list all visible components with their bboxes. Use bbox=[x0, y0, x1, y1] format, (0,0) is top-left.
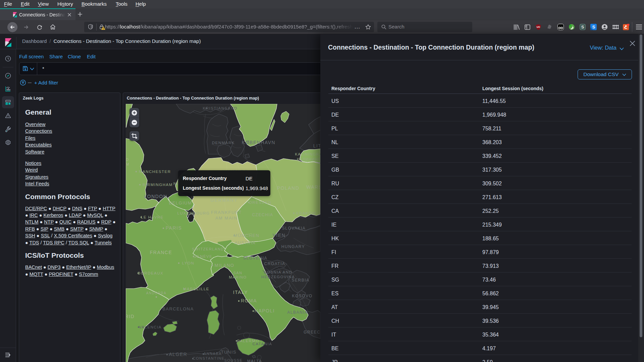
svg-text:КАЛИНИНГР: КАЛИНИНГР bbox=[297, 157, 320, 161]
svg-text:MARINO: MARINO bbox=[229, 275, 247, 279]
svg-text:S: S bbox=[592, 24, 595, 29]
svg-text:AUSTRIA: AUSTRIA bbox=[235, 241, 256, 245]
svg-text:MARSEILLE: MARSEILLE bbox=[183, 287, 209, 291]
svg-text:ANNABA: ANNABA bbox=[204, 352, 222, 356]
svg-text:ALBANIA: ALBANIA bbox=[287, 310, 308, 315]
svg-text:VALÈNCIA: VALÈNCIA bbox=[139, 325, 162, 329]
svg-text:CONSTANTINE: CONSTANTINE bbox=[193, 356, 225, 360]
svg-text:SLOVENIA: SLOVENIA bbox=[243, 256, 267, 260]
svg-text:LE HAVRE: LE HAVRE bbox=[141, 215, 164, 219]
svg-text:MÜNCHEN: MÜNCHEN bbox=[234, 233, 260, 238]
svg-text:KØBENHAVN: KØBENHAVN bbox=[242, 140, 275, 145]
svg-text:ALGER: ALGER bbox=[169, 352, 187, 357]
svg-text:KRAKÓW: KRAKÓW bbox=[296, 211, 316, 215]
svg-text:LONDON: LONDON bbox=[144, 194, 167, 199]
svg-text:SERBIA: SERBIA bbox=[291, 278, 309, 283]
svg-text:WARS: WARS bbox=[306, 184, 320, 190]
svg-text:POLAND: POLAND bbox=[277, 185, 300, 191]
svg-text:SLOVAKIA: SLOVAKIA bbox=[282, 226, 306, 231]
svg-text:MILANO: MILANO bbox=[215, 263, 234, 268]
svg-text:BARCELONA: BARCELONA bbox=[162, 306, 194, 311]
svg-text:HERZEGOVINA: HERZEGOVINA bbox=[261, 275, 295, 279]
svg-text:DRESDEN: DRESDEN bbox=[249, 200, 272, 204]
svg-text:VIEN: VIEN bbox=[273, 233, 286, 238]
svg-text:TUNIS: TUNIS bbox=[221, 350, 237, 355]
svg-text:PARIS: PARIS bbox=[166, 225, 182, 231]
svg-text:DENMARK: DENMARK bbox=[212, 141, 235, 145]
svg-text:SAN: SAN bbox=[233, 271, 242, 275]
svg-text:SOUSSE: SOUSSE bbox=[224, 358, 243, 362]
svg-text:GREECE: GREECE bbox=[304, 330, 320, 335]
svg-text:GERMANY: GERMANY bbox=[210, 197, 237, 203]
svg-text:FRANKFURT: FRANKFURT bbox=[211, 210, 242, 215]
svg-text:UO: UO bbox=[537, 26, 540, 28]
svg-text:LIT: LIT bbox=[313, 143, 320, 148]
svg-text:CZECHIA: CZECHIA bbox=[252, 213, 273, 217]
svg-text:ITALY: ITALY bbox=[233, 290, 248, 295]
svg-text:BIRMINGHAM: BIRMINGHAM bbox=[143, 183, 173, 187]
svg-text:ANDORRA: ANDORRA bbox=[146, 291, 167, 295]
svg-text:GENÈVE: GENÈVE bbox=[194, 254, 213, 258]
svg-text:D: D bbox=[126, 158, 129, 162]
svg-text:BELGIUM: BELGIUM bbox=[169, 200, 192, 205]
svg-text:S: S bbox=[581, 24, 584, 29]
svg-text:BORDEAUX: BORDEAUX bbox=[138, 271, 164, 275]
svg-text:KALININGRAD: KALININGRAD bbox=[295, 152, 320, 156]
svg-text:LYON: LYON bbox=[182, 261, 194, 265]
svg-text:KOSOVO: KOSOVO bbox=[292, 294, 312, 298]
svg-text:SWITZERLAND: SWITZERLAND bbox=[192, 247, 224, 251]
svg-text:KRISTIANSAND: KRISTIANSAND bbox=[203, 106, 237, 110]
svg-text:M: M bbox=[126, 162, 129, 166]
svg-text:FRANCE: FRANCE bbox=[150, 250, 172, 255]
svg-text:NAPOLI: NAPOLI bbox=[255, 308, 275, 313]
svg-text:BOSNIA AND: BOSNIA AND bbox=[264, 270, 292, 274]
svg-text:MANCHESTER: MANCHESTER bbox=[139, 170, 171, 174]
svg-text:CROATIA: CROATIA bbox=[264, 261, 285, 266]
svg-text:HUNGARY: HUNGARY bbox=[281, 244, 305, 249]
svg-text:LUXEMBOURG: LUXEMBOURG bbox=[177, 211, 210, 215]
svg-text:MALTA: MALTA bbox=[247, 359, 262, 362]
svg-text:ROMA: ROMA bbox=[241, 298, 257, 303]
svg-text:AM MAIN: AM MAIN bbox=[215, 216, 237, 221]
svg-text:MADRID: MADRID bbox=[126, 314, 135, 319]
svg-text:CATANIA: CATANIA bbox=[253, 342, 272, 346]
